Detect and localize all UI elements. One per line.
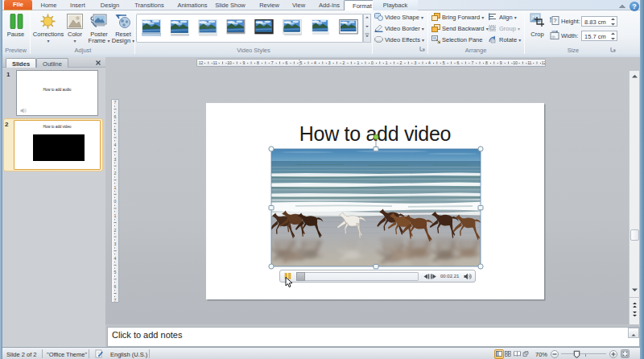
svg-text:0: 0 [114,199,117,204]
svg-text:11: 11 [527,60,531,65]
svg-text:6: 6 [114,114,117,119]
svg-text:3: 3 [114,157,117,162]
svg-text:8: 8 [485,60,488,65]
svg-text:0: 0 [371,60,374,65]
svg-text:6: 6 [457,60,460,65]
svg-text:3: 3 [328,60,331,65]
svg-text:2: 2 [114,171,117,175]
svg-text:?: ? [554,18,557,23]
svg-text:7: 7 [114,100,117,105]
svg-text:8: 8 [257,60,259,65]
svg-text:4: 4 [114,142,117,147]
svg-text:12: 12 [542,60,545,65]
svg-text:4: 4 [428,60,431,65]
svg-text:1: 1 [357,60,359,65]
svg-text:12: 12 [199,60,204,65]
svg-text:9: 9 [500,60,502,65]
svg-text:3: 3 [114,241,117,246]
svg-text:5: 5 [299,60,302,65]
svg-text:1: 1 [114,185,117,190]
svg-text:2: 2 [343,60,345,65]
svg-text:7: 7 [114,298,117,302]
svg-text:6: 6 [114,284,117,289]
svg-text:11: 11 [213,60,217,65]
svg-text:5: 5 [114,270,117,274]
svg-text:10: 10 [513,60,518,65]
svg-text:7: 7 [271,60,274,65]
svg-text:9: 9 [242,60,245,65]
svg-text:6: 6 [286,60,288,65]
svg-text:5: 5 [443,60,445,65]
svg-text:7: 7 [471,60,473,65]
svg-text:1: 1 [114,213,117,218]
svg-text:2: 2 [400,60,402,65]
svg-text:10: 10 [227,60,232,65]
svg-text:1: 1 [386,60,388,65]
svg-text:2: 2 [114,228,117,233]
svg-text:3: 3 [414,60,416,65]
svg-text:5: 5 [114,128,117,133]
svg-text:4: 4 [314,60,316,65]
svg-text:4: 4 [114,256,117,261]
